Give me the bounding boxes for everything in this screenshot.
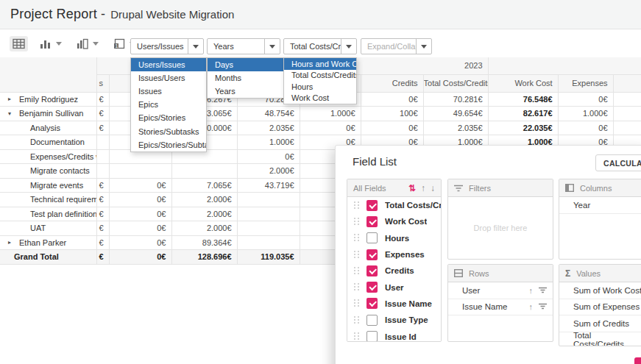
field-checkbox[interactable] (366, 298, 378, 309)
field-item[interactable]: Work Cost (347, 213, 441, 229)
field-checkbox[interactable] (366, 315, 378, 326)
field-checkbox[interactable] (366, 331, 378, 342)
row-header-cell[interactable]: ▸Emily Rodriguez (0, 92, 96, 107)
drag-handle-icon[interactable] (354, 299, 359, 307)
value-cell: € (96, 178, 109, 193)
drag-handle-icon[interactable] (354, 283, 359, 291)
field-item[interactable]: User (347, 279, 441, 295)
drag-handle-icon[interactable] (354, 201, 359, 210)
field-checkbox[interactable] (366, 200, 378, 211)
field-item[interactable]: Hours (347, 230, 441, 246)
zone-field-item[interactable]: Sum of Expenses (559, 299, 641, 316)
drag-handle-icon[interactable] (354, 234, 359, 242)
combo-arrow-button[interactable] (341, 39, 356, 54)
all-fields-header: All Fields ⇅ ↑ ↓ (347, 179, 441, 197)
field-checkbox[interactable] (366, 265, 378, 276)
value-cell: € (96, 221, 109, 236)
field-checkbox[interactable] (366, 282, 378, 293)
svg-text:1: 1 (116, 43, 118, 49)
zone-field-item[interactable]: Total Costs/Credits (559, 332, 641, 347)
chevron-down-icon (56, 42, 62, 46)
combo-arrow-button[interactable] (264, 39, 280, 54)
menu-item-values[interactable]: Total Costs/Credits (284, 70, 356, 82)
row-header-cell[interactable]: ▾Benjamin Sullivan (0, 107, 96, 121)
collapse-toggle-icon[interactable]: ▾ (8, 110, 16, 117)
drag-handle-icon[interactable] (354, 267, 359, 275)
menu-item-period[interactable]: Years (208, 85, 285, 98)
menu-item-values[interactable]: Hours and Work Cost (284, 58, 356, 70)
field-item[interactable]: Issue Name (347, 296, 441, 312)
combo-arrow-button[interactable] (416, 39, 431, 54)
zone-field-item[interactable]: User↑ (448, 282, 553, 299)
field-item[interactable]: Credits (347, 263, 441, 279)
values-list: Sum of Work CostSum of ExpensesSum of Cr… (559, 282, 641, 346)
combo-arrow-button[interactable] (188, 39, 203, 54)
value-cell: 1.000€ (558, 107, 613, 121)
filter-drop-zone[interactable]: Drop filter here (448, 197, 553, 259)
drag-handle-icon[interactable] (354, 332, 359, 340)
menu-item-period[interactable]: Months (208, 71, 285, 85)
menu-item-hierarchy[interactable]: Users/Issues (131, 58, 206, 71)
value-cell: 48.754€ (237, 107, 300, 121)
measure-header-cell (613, 74, 641, 92)
menu-item-hierarchy[interactable]: Epics (131, 98, 206, 111)
field-item[interactable]: Issue Type (347, 312, 441, 328)
apply-button-partial[interactable] (634, 357, 641, 364)
zone-field-item[interactable]: Issue Name↑ (448, 299, 553, 316)
menu-item-values[interactable]: Work Cost (284, 93, 356, 104)
expand-collapse-combo[interactable]: Expand/Collapse (361, 38, 432, 54)
format-icon: 1 (113, 38, 125, 49)
expand-toggle-icon[interactable]: ▸ (8, 239, 16, 246)
sort-arrow-icon[interactable]: ↑ (529, 302, 534, 311)
menu-item-hierarchy[interactable]: Issues (131, 85, 206, 98)
zone-field-item[interactable]: Sum of Credits (559, 315, 641, 332)
calculated-values-button[interactable]: CALCULATED (595, 154, 641, 171)
rows-header: Rows (448, 265, 553, 282)
row-label: Migrate events (0, 179, 96, 193)
sort-desc-icon[interactable]: ↓ (431, 183, 435, 193)
field-name: Work Cost (385, 217, 427, 226)
drag-handle-icon[interactable] (354, 251, 359, 259)
field-filter-icon[interactable] (539, 286, 547, 295)
zone-field-item[interactable]: Sum of Work Cost (559, 282, 641, 299)
measure-header-cell: s (96, 74, 109, 92)
sort-az-icon[interactable]: ⇅ (408, 183, 416, 193)
field-item[interactable]: Total Costs/Credits (347, 197, 441, 213)
field-item[interactable]: Issue Id (347, 328, 441, 342)
menu-item-values[interactable]: Hours (284, 81, 356, 93)
grid-and-charts-button[interactable] (74, 36, 102, 51)
field-filter-icon[interactable] (539, 302, 547, 311)
zone-field-name: Sum of Credits (573, 319, 629, 328)
sort-arrow-icon[interactable]: ↑ (529, 286, 534, 295)
measure-header-cell: Credits (361, 74, 423, 92)
values-label: Values (576, 269, 601, 278)
field-checkbox[interactable] (366, 216, 378, 227)
menu-item-hierarchy[interactable]: Epics/Stories (131, 111, 206, 124)
drag-handle-icon[interactable] (354, 218, 359, 226)
value-cell (96, 164, 109, 179)
hierarchy-combo[interactable]: Users/Issues (130, 38, 204, 54)
charts-button[interactable] (37, 36, 65, 51)
drag-handle-icon[interactable] (354, 316, 359, 324)
value-cell: € (96, 107, 109, 121)
value-cell (613, 92, 641, 107)
zone-field-item[interactable]: Year (559, 197, 641, 214)
value-cell (237, 221, 300, 236)
menu-item-hierarchy[interactable]: Issues/Users (131, 71, 206, 85)
values-combo[interactable]: Total Costs/Credits (283, 38, 357, 54)
menu-item-hierarchy[interactable]: Epics/Stories/Subtasks (131, 138, 206, 151)
grid-view-button[interactable] (10, 36, 28, 51)
values-dropdown-menu: Hours and Work CostTotal Costs/CreditsHo… (283, 57, 357, 104)
field-item[interactable]: Expenses (347, 246, 441, 263)
sort-asc-icon[interactable]: ↑ (421, 183, 425, 193)
columns-header: Columns (559, 179, 641, 197)
menu-item-hierarchy[interactable]: Stories/Subtasks (131, 124, 206, 138)
field-checkbox[interactable] (366, 249, 378, 260)
period-combo[interactable]: Years (207, 38, 280, 54)
expand-toggle-icon[interactable]: ▸ (8, 96, 16, 102)
row-header-cell[interactable]: ▸Ethan Parker (0, 235, 96, 250)
field-checkbox[interactable] (366, 232, 378, 243)
value-cell: € (96, 207, 109, 221)
row-header-cell: Analysis (0, 121, 96, 135)
menu-item-period[interactable]: Days (208, 58, 285, 71)
